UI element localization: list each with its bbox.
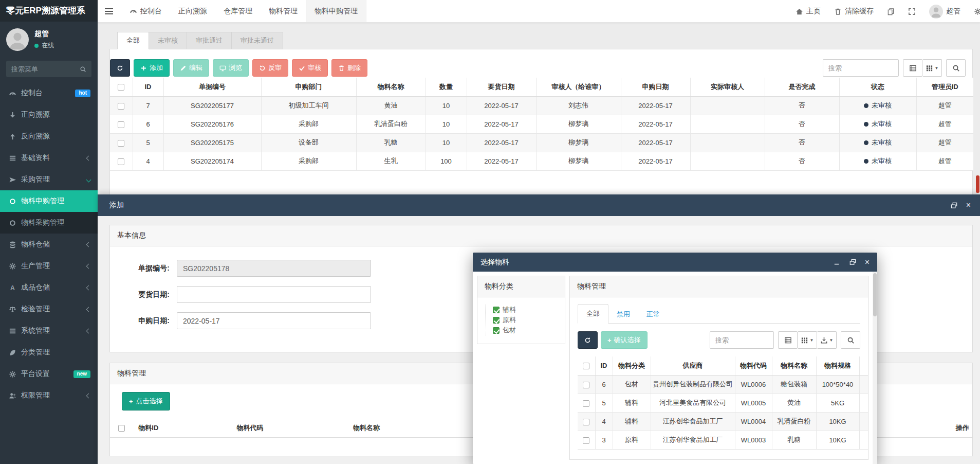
row-checkbox[interactable] <box>583 419 589 425</box>
add-button[interactable]: 添加 <box>134 59 170 77</box>
table-row[interactable]: 4辅料江苏创华食品加工厂WL0004乳清蛋白粉10KG <box>578 412 868 431</box>
table-row[interactable]: 4SG202205174采购部生乳1002022-05-17柳梦璃2022-05… <box>110 152 973 170</box>
filter-tab-rejected[interactable]: 审批未通过 <box>232 32 283 49</box>
sidebar-search-input[interactable] <box>11 65 80 73</box>
detail-view-button[interactable] <box>778 331 798 349</box>
topnav-tab-label: 仓库管理 <box>224 7 252 16</box>
sidebar-item-basic-data[interactable]: 基础资料 <box>0 147 98 169</box>
restore-window-icon[interactable] <box>950 202 958 209</box>
sidebar-item-inspection-mgmt[interactable]: 检验管理 <box>0 298 98 320</box>
edit-button[interactable]: 编辑 <box>173 59 209 77</box>
unaudit-button[interactable]: 反审 <box>252 59 288 77</box>
table-row[interactable]: 6包材贵州创异包装制品有限公司WL0006糖包装箱100*50*40 <box>578 375 868 394</box>
sidebar-item-purchase-mgmt[interactable]: 采购管理 <box>0 169 98 190</box>
sidebar-item-product-warehouse[interactable]: A成品仓储 <box>0 277 98 298</box>
close-icon[interactable]: × <box>966 201 971 209</box>
close-icon[interactable]: × <box>865 258 870 266</box>
sidebar-item-label: 分类管理 <box>21 348 50 357</box>
check-icon <box>299 65 305 72</box>
sidebar-item-material-purchase[interactable]: 物料采购管理 <box>0 212 98 234</box>
topnav-clear-cache[interactable]: 清除缓存 <box>834 7 874 16</box>
restore-window-icon[interactable] <box>849 258 857 266</box>
detail-view-button[interactable] <box>903 59 922 77</box>
view-button[interactable]: 浏览 <box>213 59 249 77</box>
search-icon[interactable] <box>80 66 86 73</box>
row-select-cell <box>578 394 595 412</box>
admin-cell: 超管 <box>916 115 973 133</box>
sidebar-item-permission-mgmt[interactable]: 权限管理 <box>0 385 98 406</box>
columns-button[interactable]: ▼ <box>922 59 942 77</box>
modal-search-input[interactable] <box>710 331 774 349</box>
need-date-field[interactable] <box>177 286 371 303</box>
sidebar-item-console[interactable]: 控制台hot <box>0 82 98 104</box>
select-all-checkbox[interactable] <box>583 363 589 369</box>
search-button[interactable] <box>946 59 966 77</box>
modal-tab-all[interactable]: 全部 <box>578 304 608 324</box>
filter-tab-approved[interactable]: 审批通过 <box>187 32 232 49</box>
hamburger-menu-icon[interactable] <box>98 0 121 22</box>
sidebar-item-platform-settings[interactable]: 平台设置new <box>0 363 98 385</box>
row-checkbox[interactable] <box>583 382 589 388</box>
table-row[interactable]: 7SG202205177初级加工车间黄油102022-05-17刘志伟2022-… <box>110 96 973 115</box>
filter-tab-all[interactable]: 全部 <box>117 32 149 49</box>
tree-item-辅料[interactable]: 辅料 <box>493 305 565 315</box>
row-checkbox[interactable] <box>118 103 124 110</box>
refresh-button[interactable] <box>578 331 598 349</box>
audit-button[interactable]: 审核 <box>292 59 328 77</box>
table-row[interactable]: 5辅料河北里美食品有限公司WL0005黄油5KG <box>578 394 868 412</box>
material-cell: 生乳 <box>356 152 426 170</box>
auditor-cell: 柳梦璃 <box>536 152 621 170</box>
column-header: 数量 <box>426 78 467 96</box>
select-all-checkbox[interactable] <box>118 425 125 432</box>
topnav-fullscreen[interactable] <box>908 8 916 15</box>
click-select-button[interactable]: +点击选择 <box>122 392 170 411</box>
confirm-select-button[interactable]: +确认选择 <box>601 331 648 349</box>
row-checkbox[interactable] <box>118 158 124 165</box>
row-checkbox[interactable] <box>583 437 589 444</box>
table-search-input[interactable] <box>823 59 899 77</box>
refresh-button[interactable] <box>110 59 130 77</box>
sidebar-item-category-mgmt[interactable]: 分类管理 <box>0 342 98 363</box>
topnav-tab-console[interactable]: 控制台 <box>121 0 170 22</box>
request-date-field[interactable] <box>177 312 371 329</box>
filter-tab-unaudited[interactable]: 未审核 <box>149 32 187 49</box>
topnav-pages[interactable] <box>887 8 895 15</box>
sidebar-item-system-mgmt[interactable]: 系统管理 <box>0 320 98 342</box>
topnav-tab-material-mgmt[interactable]: 物料管理 <box>261 0 306 22</box>
topnav-user[interactable]: 超管 <box>929 5 960 19</box>
row-checkbox[interactable] <box>118 140 124 147</box>
category-cell: 辅料 <box>613 412 651 431</box>
modal-tab-disabled[interactable]: 禁用 <box>608 305 638 324</box>
modal-tab-normal[interactable]: 正常 <box>638 305 668 324</box>
row-checkbox[interactable] <box>118 121 124 128</box>
select-all-checkbox[interactable] <box>118 84 124 91</box>
id-cell: 3 <box>595 431 613 449</box>
delete-button[interactable]: 删除 <box>331 59 367 77</box>
export-button[interactable]: ▼ <box>817 331 837 349</box>
tree-item-原料[interactable]: 原料 <box>493 315 565 325</box>
minimize-icon[interactable] <box>833 258 841 266</box>
page-scrollbar-thumb[interactable] <box>976 175 979 193</box>
topnav-tab-material-requisition[interactable]: 物料申购管理 <box>306 0 366 22</box>
sidebar-item-material-requisition[interactable]: 物料申购管理 <box>0 190 98 212</box>
doc_no-cell: SG202205174 <box>163 152 261 170</box>
table-row[interactable]: 3原料江苏创华食品加工厂WL0003乳糖10KG <box>578 431 868 449</box>
search-button[interactable] <box>841 331 860 349</box>
status-dot-icon <box>864 122 868 127</box>
status-label: 未审核 <box>872 101 892 110</box>
table-row[interactable]: 5SG202205175设备部乳糖102022-05-17柳梦璃2022-05-… <box>110 133 973 152</box>
topnav-home[interactable]: 主页 <box>796 7 821 16</box>
topnav-tab-warehouse-mgmt[interactable]: 仓库管理 <box>215 0 261 22</box>
topnav-settings[interactable] <box>974 8 980 15</box>
user-avatar[interactable] <box>6 28 29 51</box>
sidebar-item-forward-trace[interactable]: 正向溯源 <box>0 104 98 126</box>
sidebar-item-backward-trace[interactable]: 反向溯源 <box>0 126 98 147</box>
sidebar-item-material-warehouse[interactable]: 物料仓储 <box>0 234 98 255</box>
row-checkbox[interactable] <box>583 400 589 407</box>
topnav-tab-forward-trace[interactable]: 正向溯源 <box>170 0 215 22</box>
table-row[interactable]: 6SG202205176采购部乳清蛋白粉102022-05-17柳梦璃2022-… <box>110 115 973 133</box>
modal-scrollbar-thumb[interactable] <box>873 273 877 316</box>
sidebar-item-production-mgmt[interactable]: 生产管理 <box>0 255 98 277</box>
columns-button[interactable]: ▼ <box>798 331 817 349</box>
tree-item-包材[interactable]: 包材 <box>493 325 565 335</box>
